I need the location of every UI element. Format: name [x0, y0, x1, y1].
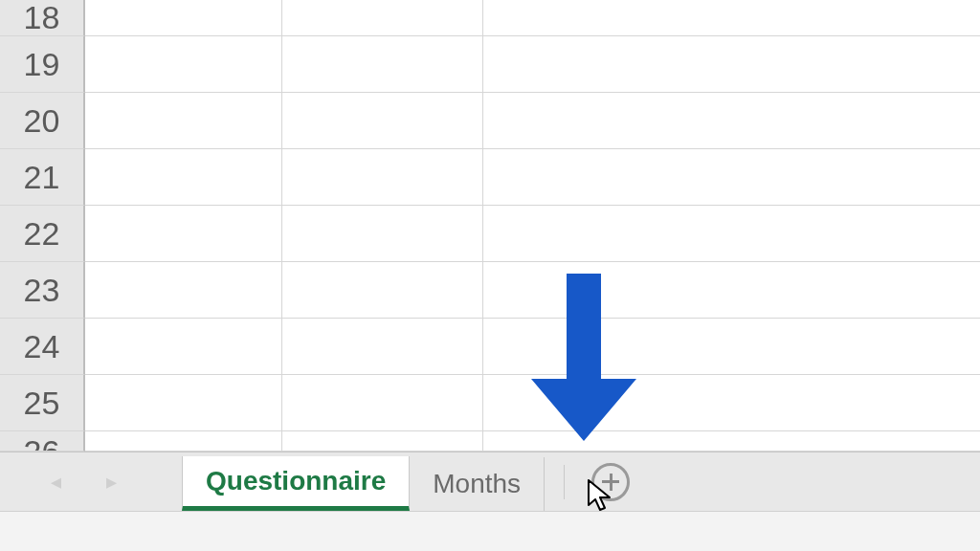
row-header[interactable]: 19: [0, 36, 85, 93]
cell[interactable]: [282, 375, 483, 431]
cell[interactable]: [483, 431, 980, 452]
cell[interactable]: [85, 0, 282, 36]
grid-row[interactable]: 18: [0, 0, 980, 36]
spreadsheet-grid[interactable]: 18 19 20 21 22: [0, 0, 980, 452]
grid-row[interactable]: 19: [0, 36, 980, 93]
status-bar: [0, 511, 980, 551]
grid-row[interactable]: 20: [0, 93, 980, 149]
excel-window: 18 19 20 21 22: [0, 0, 980, 551]
cell[interactable]: [483, 36, 980, 93]
cell[interactable]: [282, 93, 483, 149]
row-header[interactable]: 21: [0, 149, 85, 206]
cell[interactable]: [85, 375, 282, 431]
cell[interactable]: [282, 262, 483, 319]
cell[interactable]: [282, 0, 483, 36]
sheet-nav: ◂ ▸: [0, 452, 182, 511]
cell[interactable]: [282, 149, 483, 206]
cell[interactable]: [282, 36, 483, 93]
grid-row[interactable]: 21: [0, 149, 980, 206]
row-header[interactable]: 25: [0, 375, 85, 431]
cell[interactable]: [282, 319, 483, 375]
cell[interactable]: [483, 262, 980, 319]
sheet-prev-button[interactable]: ◂: [44, 471, 67, 494]
cell[interactable]: [483, 0, 980, 36]
row-header[interactable]: 20: [0, 93, 85, 149]
sheet-next-button[interactable]: ▸: [100, 471, 122, 494]
cell[interactable]: [85, 149, 282, 206]
sheet-tab-months[interactable]: Months: [410, 457, 545, 511]
sheet-tab-questionnaire[interactable]: Questionnaire: [182, 456, 410, 511]
cell[interactable]: [483, 149, 980, 206]
cell[interactable]: [483, 93, 980, 149]
cell[interactable]: [483, 206, 980, 262]
grid-row[interactable]: 26: [0, 431, 980, 452]
grid-row[interactable]: 22: [0, 206, 980, 262]
sheet-tabs: Questionnaire Months: [182, 452, 545, 511]
cell[interactable]: [483, 375, 980, 431]
cell[interactable]: [85, 319, 282, 375]
cell[interactable]: [85, 36, 282, 93]
row-header[interactable]: 23: [0, 262, 85, 319]
cell[interactable]: [85, 206, 282, 262]
row-header[interactable]: 22: [0, 206, 85, 262]
row-header[interactable]: 24: [0, 319, 85, 375]
tab-divider: [564, 465, 565, 499]
grid-row[interactable]: 24: [0, 319, 980, 375]
cell[interactable]: [483, 319, 980, 375]
grid-row[interactable]: 23: [0, 262, 980, 319]
new-sheet-button[interactable]: [591, 463, 630, 501]
row-header[interactable]: 26: [0, 431, 85, 452]
cell[interactable]: [282, 431, 483, 452]
cell[interactable]: [85, 262, 282, 319]
row-header[interactable]: 18: [0, 0, 85, 36]
cell[interactable]: [85, 93, 282, 149]
grid-row[interactable]: 25: [0, 375, 980, 431]
cell[interactable]: [85, 431, 282, 452]
cell[interactable]: [282, 206, 483, 262]
sheet-tab-bar: ◂ ▸ Questionnaire Months: [0, 452, 980, 511]
